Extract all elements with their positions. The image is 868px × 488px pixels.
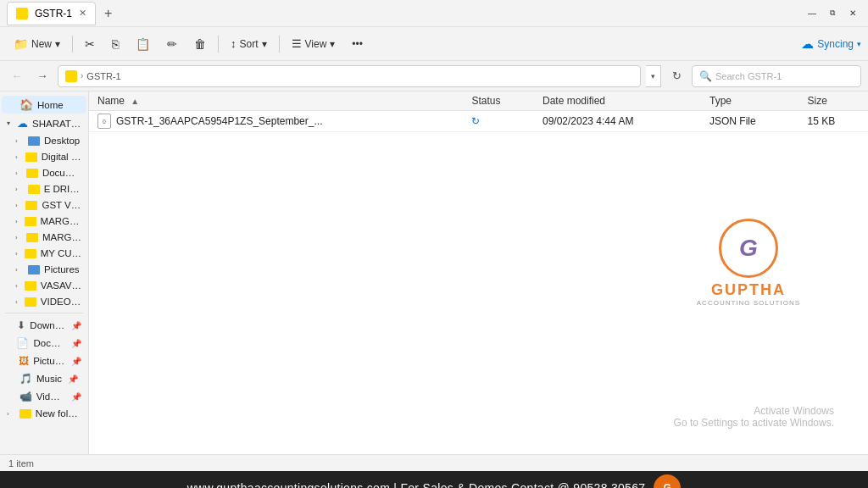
vasavi-folder-icon — [25, 281, 36, 291]
sidebar-item-marg[interactable]: › MARG CUSTOM — [2, 214, 86, 229]
downloads-pin: 📌 — [71, 321, 81, 330]
activate-subtitle: Go to Settings to activate Windows. — [674, 417, 834, 429]
videos-icon: 📹 — [19, 391, 32, 402]
sidebar-item-digital[interactable]: › Digital Market — [2, 149, 86, 164]
documents-folder-icon — [26, 169, 38, 178]
address-dropdown-button[interactable]: ▾ — [646, 65, 661, 87]
newfolder-label: New folder — [36, 408, 81, 419]
col-status[interactable]: Status — [463, 92, 534, 111]
file-size-cell: 15 KB — [798, 111, 868, 132]
sort-button[interactable]: ↕ Sort ▾ — [224, 34, 274, 53]
address-path[interactable]: › GSTR-1 — [58, 65, 641, 87]
sharath-label: SHARATH KUM — [32, 119, 81, 129]
sidebar-item-downloads[interactable]: ⬇ Downloads 📌 — [2, 317, 86, 334]
music-icon: 🎵 — [19, 373, 32, 385]
sidebar-item-documents[interactable]: › Documents — [2, 165, 86, 180]
tab-close-button[interactable]: ✕ — [79, 8, 86, 19]
view-label: View — [305, 38, 327, 50]
mycustomer-label: MY CUSTOMER — [41, 248, 81, 258]
maximize-button[interactable]: ⧉ — [824, 5, 841, 22]
sidebar-item-videos[interactable]: 📹 Videos 📌 — [2, 388, 86, 405]
sidebar-item-video[interactable]: › VIDEO FOR ED — [2, 294, 86, 309]
tab-gstr1[interactable]: GSTR-1 ✕ — [7, 2, 96, 25]
cut-button[interactable]: ✂ — [78, 34, 102, 54]
file-type-cell: JSON File — [701, 111, 798, 132]
table-header-row: Name ▲ Status Date modified Type Size — [89, 92, 868, 111]
sidebar-item-edrive[interactable]: › E DRIVE — [2, 181, 86, 197]
edrive-label: E DRIVE — [44, 184, 81, 194]
documents-label: Documents — [42, 168, 81, 178]
margerp-chevron: › — [15, 234, 22, 241]
new-tab-button[interactable]: + — [99, 6, 117, 21]
sidebar-item-quick-documents[interactable]: 📄 Documents 📌 — [2, 335, 86, 352]
watermark-letter: G — [739, 235, 758, 262]
new-chevron: ▾ — [55, 38, 60, 50]
paste-button[interactable]: 📋 — [129, 34, 157, 54]
sidebar-item-music[interactable]: 🎵 Music 📌 — [2, 370, 86, 387]
desktop-label: Desktop — [44, 136, 80, 146]
delete-button[interactable]: 🗑 — [187, 34, 213, 54]
edrive-folder-icon — [28, 185, 40, 194]
col-date[interactable]: Date modified — [534, 92, 701, 111]
rename-button[interactable]: ✏ — [160, 34, 184, 54]
sidebar-item-home[interactable]: 🏠 Home — [2, 96, 86, 114]
title-bar: GSTR-1 ✕ + — ⧉ ✕ — [0, 0, 868, 27]
new-button[interactable]: 📁 New ▾ — [7, 34, 67, 54]
minimize-button[interactable]: — — [804, 5, 821, 22]
sidebar-item-quick-pictures[interactable]: 🖼 Pictures 📌 — [2, 352, 86, 369]
col-name[interactable]: Name ▲ — [89, 92, 463, 111]
file-area: Name ▲ Status Date modified Type Size {}… — [89, 92, 868, 454]
marg-chevron: › — [15, 218, 20, 225]
address-bar: ← → › GSTR-1 ▾ ↻ 🔍 Search GSTR-1 — [0, 61, 868, 92]
marg-folder-icon — [25, 217, 36, 226]
documents-chevron: › — [15, 169, 22, 177]
path-text: GSTR-1 — [86, 71, 120, 81]
separator-1 — [72, 36, 73, 53]
copy-icon: ⎘ — [112, 37, 119, 51]
table-row[interactable]: {} GSTR-1_36AAPCA5954P1ZS_September_... … — [89, 111, 868, 132]
view-button[interactable]: ☰ View ▾ — [285, 34, 342, 53]
sort-icon: ↕ — [231, 37, 236, 50]
quick-documents-label: Documents — [33, 338, 65, 348]
sidebar-item-newfolder[interactable]: › New folder — [2, 406, 86, 421]
close-button[interactable]: ✕ — [844, 5, 861, 22]
newfolder-folder-icon — [19, 409, 31, 419]
sidebar-item-pictures[interactable]: › Pictures — [2, 262, 86, 277]
paste-icon: 📋 — [136, 37, 150, 51]
newfolder-chevron: › — [7, 410, 15, 418]
rename-icon: ✏ — [167, 37, 177, 51]
marg-label: MARG CUSTOM — [41, 216, 81, 226]
sidebar-item-mycustomer[interactable]: › MY CUSTOMER — [2, 246, 86, 261]
digital-folder-icon — [25, 152, 37, 162]
sidebar-item-sharath[interactable]: ▾ ☁ SHARATH KUM — [2, 114, 86, 132]
forward-button[interactable]: → — [32, 66, 53, 86]
margerp-label: MARGERP — [42, 232, 81, 242]
toolbar: 📁 New ▾ ✂ ⎘ 📋 ✏ 🗑 ↕ Sort ▾ ☰ View ▾ ••• … — [0, 27, 868, 61]
video-chevron: › — [15, 298, 20, 306]
mycustomer-folder-icon — [25, 249, 36, 258]
quick-pictures-icon: 🖼 — [19, 355, 29, 367]
sidebar-item-desktop[interactable]: › Desktop — [2, 133, 86, 148]
more-button[interactable]: ••• — [345, 35, 370, 53]
col-size[interactable]: Size — [798, 92, 868, 111]
sidebar-item-gstvideo[interactable]: › GST VIDEO — [2, 197, 86, 213]
main-layout: 🏠 Home ▾ ☁ SHARATH KUM › Desktop › Digit… — [0, 92, 868, 454]
back-button[interactable]: ← — [7, 66, 27, 86]
search-box[interactable]: 🔍 Search GSTR-1 — [692, 65, 861, 87]
sidebar-item-vasavi[interactable]: › VASAVI RETAIL — [2, 278, 86, 293]
refresh-button[interactable]: ↻ — [666, 66, 687, 86]
sync-status-icon: ↻ — [471, 115, 480, 127]
documents-pin: 📌 — [71, 339, 81, 348]
desktop-folder-icon — [28, 136, 40, 146]
sidebar-item-margerp[interactable]: › MARGERP — [2, 230, 86, 245]
video-folder-icon — [25, 297, 36, 307]
syncing-area: ☁ Syncing ▾ — [801, 36, 861, 52]
digital-label: Digital Market — [42, 152, 81, 162]
cloud-sync-icon: ☁ — [801, 36, 814, 52]
banner-text: www.gupthaaccountingsolutions.com | For … — [187, 481, 646, 488]
search-icon: 🔍 — [699, 70, 712, 82]
copy-button[interactable]: ⎘ — [105, 34, 125, 54]
json-file-icon: {} — [97, 114, 111, 129]
syncing-label: Syncing — [817, 38, 854, 50]
col-type[interactable]: Type — [701, 92, 798, 111]
